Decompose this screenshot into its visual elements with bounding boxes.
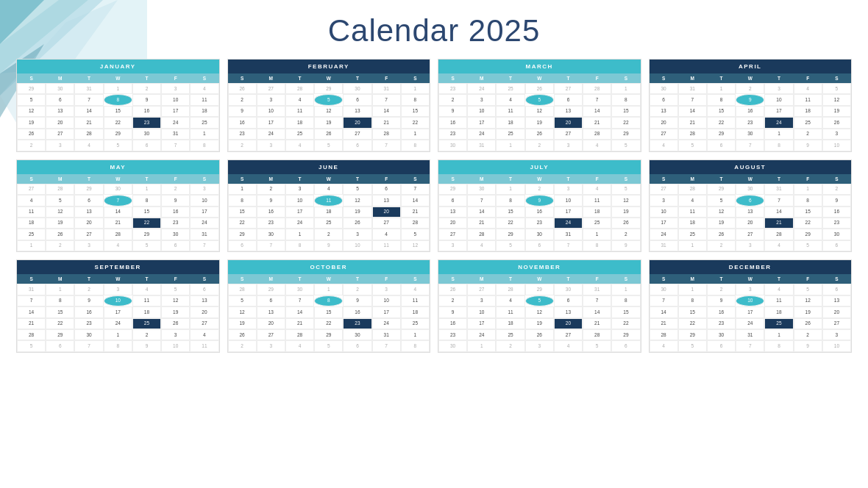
day-cell: 9 xyxy=(257,195,285,206)
day-name: S xyxy=(611,73,640,83)
day-cell: 14 xyxy=(583,306,611,317)
day-cell: 22 xyxy=(314,318,343,329)
day-name: S xyxy=(438,274,467,284)
day-cell: 8 xyxy=(707,94,736,105)
day-cell: 3 xyxy=(161,83,190,94)
month-july: JULYSMTWTFS29301234567891011121314151617… xyxy=(438,159,641,253)
day-cell: 1 xyxy=(496,140,524,151)
day-cell: 13 xyxy=(343,106,371,117)
day-cell: 7 xyxy=(104,195,132,206)
day-cell: 18 xyxy=(496,318,524,329)
day-cell: 28 xyxy=(401,218,430,229)
day-cell: 13 xyxy=(46,106,74,117)
day-cell: 21 xyxy=(104,218,132,229)
day-cell: 4 xyxy=(764,284,793,295)
day-cell: 3 xyxy=(285,184,314,195)
day-cell: 30 xyxy=(104,184,132,195)
day-cell: 18 xyxy=(17,218,46,229)
day-cell: 10 xyxy=(822,340,851,351)
day-cell: 5 xyxy=(822,83,851,94)
day-cell: 10 xyxy=(554,195,583,206)
day-cell: 25 xyxy=(764,318,793,329)
day-cell: 16 xyxy=(438,117,467,128)
day-cell: 25 xyxy=(794,117,822,128)
day-cell: 15 xyxy=(611,306,640,317)
day-cell: 20 xyxy=(372,207,401,218)
day-cell: 28 xyxy=(467,229,496,240)
day-cell: 26 xyxy=(438,284,467,295)
month-header: FEBRUARY xyxy=(228,60,430,73)
day-cell: 3 xyxy=(161,329,190,340)
day-cell: 6 xyxy=(161,240,190,251)
day-name: T xyxy=(285,174,314,184)
day-cell: 8 xyxy=(190,140,218,151)
day-cell: 5 xyxy=(525,94,554,105)
day-cell: 4 xyxy=(401,284,430,295)
day-cell: 12 xyxy=(314,106,343,117)
day-cell: 1 xyxy=(678,284,707,295)
day-name: S xyxy=(401,174,430,184)
day-cell: 14 xyxy=(678,106,707,117)
day-cell: 26 xyxy=(161,318,190,329)
day-name: T xyxy=(132,174,161,184)
day-cell: 28 xyxy=(583,329,611,340)
day-cell: 25 xyxy=(190,117,218,128)
day-cell: 23 xyxy=(257,218,285,229)
day-cell: 31 xyxy=(554,229,583,240)
day-cell: 21 xyxy=(678,117,707,128)
day-cell: 30 xyxy=(161,229,190,240)
day-cell: 29 xyxy=(525,284,554,295)
day-cell: 3 xyxy=(74,240,103,251)
day-cell: 4 xyxy=(74,140,103,151)
day-cell: 9 xyxy=(438,106,467,117)
day-cell: 29 xyxy=(678,329,707,340)
day-cell: 7 xyxy=(285,295,314,306)
day-cell: 28 xyxy=(228,284,257,295)
day-cell: 31 xyxy=(583,284,611,295)
day-name: S xyxy=(611,174,640,184)
day-cell: 23 xyxy=(822,218,851,229)
month-june: JUNESMTWTFS12345678910111213141516171819… xyxy=(227,159,431,253)
day-cell: 29 xyxy=(228,229,257,240)
month-header: DECEMBER xyxy=(650,260,852,274)
day-cell: 17 xyxy=(190,207,218,218)
day-cell: 11 xyxy=(496,306,524,317)
day-cell: 3 xyxy=(467,295,496,306)
day-cell: 6 xyxy=(257,295,285,306)
day-cell: 12 xyxy=(161,295,190,306)
day-name: M xyxy=(257,73,285,83)
day-cell: 4 xyxy=(285,140,314,151)
day-cell: 14 xyxy=(104,207,132,218)
day-cell: 8 xyxy=(764,340,793,351)
day-cell: 8 xyxy=(794,195,822,206)
day-cell: 22 xyxy=(496,218,524,229)
day-name: F xyxy=(794,174,822,184)
day-cell: 20 xyxy=(46,117,74,128)
day-cell: 31 xyxy=(678,83,707,94)
day-cell: 17 xyxy=(161,106,190,117)
day-cell: 30 xyxy=(707,329,736,340)
day-cell: 7 xyxy=(257,240,285,251)
day-name: S xyxy=(228,73,257,83)
day-cell: 9 xyxy=(707,295,736,306)
day-name: S xyxy=(17,274,46,284)
day-cell: 15 xyxy=(132,207,161,218)
day-cell: 30 xyxy=(285,284,314,295)
day-name: M xyxy=(46,174,74,184)
day-cell: 3 xyxy=(525,340,554,351)
day-cell: 19 xyxy=(822,106,851,117)
day-cell: 11 xyxy=(190,94,218,105)
day-cell: 12 xyxy=(794,295,822,306)
day-cell: 5 xyxy=(794,284,822,295)
day-cell: 2 xyxy=(611,229,640,240)
day-cell: 11 xyxy=(583,195,611,206)
day-cell: 8 xyxy=(314,295,343,306)
day-cell: 1 xyxy=(583,229,611,240)
day-cell: 9 xyxy=(611,240,640,251)
day-cell: 2 xyxy=(228,340,257,351)
day-cell: 5 xyxy=(678,340,707,351)
day-cell: 29 xyxy=(707,184,736,195)
day-cell: 17 xyxy=(467,117,496,128)
day-cell: 2 xyxy=(496,340,524,351)
day-cell: 6 xyxy=(650,94,678,105)
